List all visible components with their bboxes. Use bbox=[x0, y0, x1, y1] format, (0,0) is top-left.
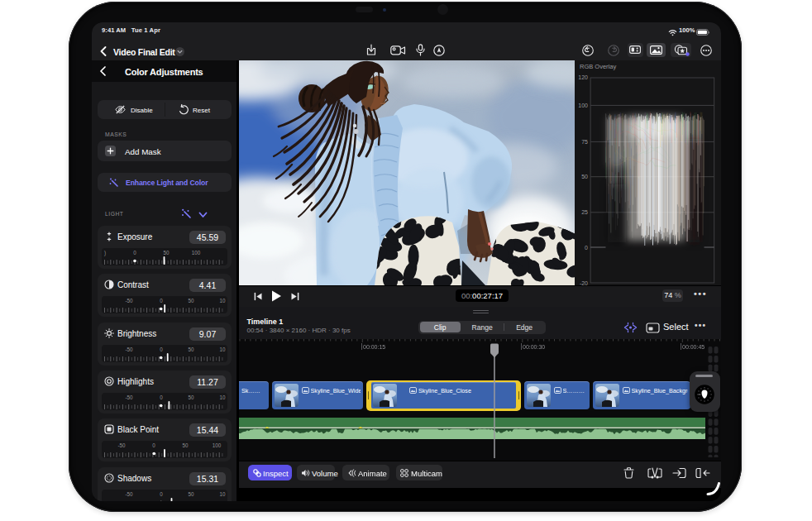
svg-text:50: 50 bbox=[188, 394, 194, 400]
svg-text:50: 50 bbox=[582, 174, 589, 179]
svg-text:25: 25 bbox=[582, 209, 589, 215]
svg-text:0: 0 bbox=[160, 299, 163, 304]
svg-text:50: 50 bbox=[182, 442, 189, 448]
svg-text:50: 50 bbox=[188, 347, 194, 352]
svg-text:100: 100 bbox=[213, 442, 222, 448]
svg-text:50: 50 bbox=[188, 299, 194, 304]
svg-text:120: 120 bbox=[579, 74, 589, 80]
svg-text:50: 50 bbox=[188, 491, 194, 497]
svg-text:0: 0 bbox=[585, 245, 588, 251]
svg-text:-50: -50 bbox=[125, 491, 133, 497]
svg-text:50: 50 bbox=[163, 250, 170, 256]
svg-text:-50: -50 bbox=[125, 394, 133, 400]
svg-text:10: 10 bbox=[219, 299, 226, 304]
svg-text:): ) bbox=[104, 250, 106, 256]
svg-text:0: 0 bbox=[160, 347, 163, 352]
svg-text:10: 10 bbox=[219, 491, 226, 497]
svg-text:75: 75 bbox=[582, 139, 589, 145]
svg-text:0: 0 bbox=[152, 442, 155, 448]
svg-text:-50: -50 bbox=[125, 299, 133, 304]
svg-text:100: 100 bbox=[192, 250, 201, 256]
svg-text:10: 10 bbox=[219, 347, 226, 352]
svg-text:100: 100 bbox=[579, 103, 589, 108]
svg-text:RGB Overlay: RGB Overlay bbox=[580, 63, 616, 70]
svg-text:10: 10 bbox=[219, 394, 226, 400]
svg-text:0: 0 bbox=[160, 394, 163, 400]
svg-text:-50: -50 bbox=[117, 442, 126, 448]
svg-text:0: 0 bbox=[133, 250, 136, 256]
svg-text:0: 0 bbox=[160, 491, 163, 497]
svg-text:-50: -50 bbox=[125, 347, 133, 352]
